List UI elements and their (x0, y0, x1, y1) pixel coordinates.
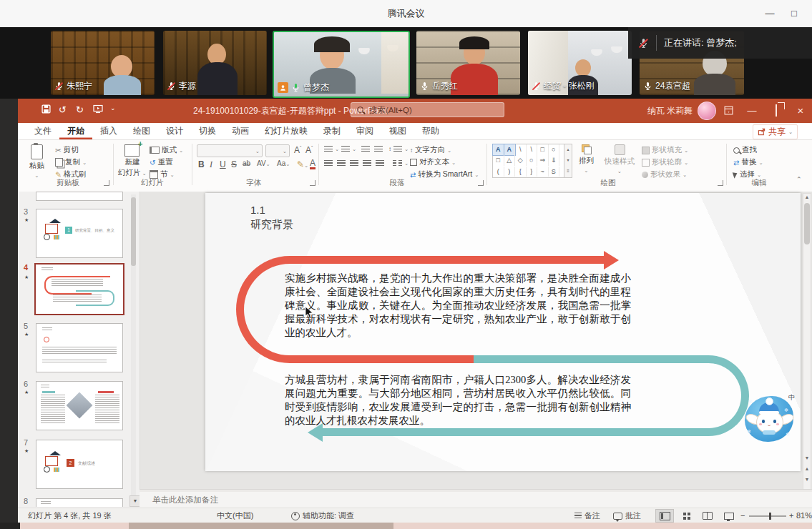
shape-diamond[interactable]: ◇ (515, 155, 527, 166)
new-slide-button[interactable]: 新建 幻灯片⌄ (118, 144, 147, 178)
tab-home[interactable]: 开始 (59, 123, 92, 139)
shape-textbox-h[interactable]: A (493, 144, 504, 155)
view-normal-button[interactable] (656, 510, 673, 522)
character-spacing-button[interactable]: AV⌄ (257, 159, 270, 167)
start-slideshow-icon[interactable] (93, 104, 103, 116)
collapse-ribbon-icon[interactable]: ⌃ (796, 176, 802, 183)
tab-transitions[interactable]: 切换 (191, 123, 224, 139)
bullets-button[interactable]: ⌄ (324, 146, 339, 152)
shape-freeform[interactable]: S (549, 167, 560, 177)
shape-line[interactable]: \ (515, 144, 527, 155)
copy-button[interactable]: 复制 ⌄ (55, 157, 87, 167)
accessibility-status[interactable]: 辅助功能: 调查 (291, 508, 354, 523)
paragraph-dialog-launcher[interactable] (478, 180, 484, 186)
video-tile-active-speaker[interactable]: 曾梦杰 (273, 31, 410, 98)
line-spacing-button[interactable]: ↕⌄ (388, 146, 409, 152)
thumbnail-slide-7[interactable]: 2 文献综述 (36, 440, 123, 489)
scroll-up-icon[interactable]: ▲ (803, 194, 811, 199)
minimize-button[interactable]: — (760, 6, 780, 21)
align-right-button[interactable] (350, 160, 358, 167)
font-dialog-launcher[interactable] (310, 180, 315, 186)
italic-button[interactable]: I (210, 159, 212, 170)
increase-indent-button[interactable] (374, 146, 383, 152)
tab-design[interactable]: 设计 (158, 123, 191, 139)
shape-circle[interactable]: ○ (527, 155, 538, 166)
shape-fill-button[interactable]: 形状填充⌄ (642, 145, 688, 155)
font-name-combo[interactable]: ⌄ (197, 144, 263, 157)
tab-help[interactable]: 帮助 (414, 123, 447, 139)
align-center-button[interactable] (337, 160, 346, 167)
cinnamoroll-sticker[interactable]: ❄ ❄ ❄ ❄ 中 (741, 389, 797, 445)
cut-button[interactable]: ✂ 剪切 (55, 145, 79, 155)
font-size-combo[interactable]: ⌄ (265, 144, 290, 157)
highlight-color-button[interactable]: ✎⌄ (297, 159, 308, 169)
replace-button[interactable]: ⇄替换⌄ (733, 157, 763, 167)
tab-record[interactable]: 录制 (315, 123, 348, 139)
video-tile-participant-4[interactable]: 岳秀红 (416, 31, 520, 95)
tab-insert[interactable]: 插入 (92, 123, 125, 139)
undo-icon[interactable]: ↺ (59, 104, 67, 115)
reset-button[interactable]: ↺ 重置 (150, 157, 172, 167)
video-tile-participant-5[interactable]: 经贸 - 张松刚 (528, 31, 632, 95)
shape-curve[interactable]: ~ (537, 167, 549, 177)
comments-toggle[interactable]: 批注 (613, 508, 641, 523)
scroll-down-icon[interactable]: ▼ (803, 455, 811, 460)
account-avatar[interactable] (698, 102, 716, 120)
video-tile-participant-1[interactable]: 朱熙宁 (51, 31, 155, 95)
language-indicator[interactable]: 中文(中国) (217, 508, 253, 523)
slide-scrollbar-thumb[interactable] (804, 203, 810, 244)
share-button[interactable]: 共享 ⌄ (753, 124, 798, 139)
search-box[interactable] (351, 102, 504, 117)
distribute-button[interactable] (376, 160, 384, 167)
view-slide-sorter-button[interactable] (678, 510, 695, 522)
search-input[interactable] (368, 105, 485, 115)
tab-draw[interactable]: 绘图 (125, 123, 158, 139)
tab-view[interactable]: 视图 (381, 123, 414, 139)
justify-button[interactable] (363, 160, 371, 167)
arrange-button[interactable]: 排列 ⌄ (579, 144, 594, 174)
tab-slideshow[interactable]: 幻灯片放映 (257, 123, 315, 139)
slide-title[interactable]: 1.1 研究背景 (250, 203, 293, 231)
quick-styles-button[interactable]: 快速样式 ⌄ (605, 144, 635, 174)
thumbnail-slide-3[interactable]: 1 研究背景、目的、意义 (36, 209, 123, 258)
change-case-button[interactable]: Aa⌄ (277, 159, 290, 167)
decrease-indent-button[interactable] (361, 146, 370, 152)
font-color-button[interactable]: A (310, 159, 315, 169)
slide-canvas[interactable]: 1.1 研究背景 实施乡村振兴战略，是党的十九大作出的重大决策部署，是决胜全面建… (205, 193, 801, 471)
shape-arrow-right[interactable]: ⇒ (537, 155, 549, 166)
find-button[interactable]: 查找 (733, 145, 757, 155)
notes-pane[interactable]: 单击此处添加备注 (140, 492, 812, 508)
slide-counter[interactable]: 幻灯片 第 4 张, 共 19 张 (28, 508, 112, 523)
shape-outline-button[interactable]: 形状轮廓⌄ (642, 157, 688, 167)
shape-paren-l[interactable]: ( (493, 167, 504, 177)
ppt-restore-button[interactable] (765, 100, 787, 122)
tab-file[interactable]: 文件 (26, 123, 59, 139)
underline-button[interactable]: U (220, 159, 226, 169)
drawing-dialog-launcher[interactable] (718, 180, 723, 186)
bold-button[interactable]: B (198, 159, 205, 169)
ppt-close-button[interactable]: × (790, 100, 811, 122)
shape-triangle[interactable]: △ (504, 155, 516, 166)
align-text-button[interactable]: 对齐文本⌄ (410, 157, 456, 167)
shape-rect[interactable]: □ (537, 144, 549, 155)
zoom-level[interactable]: 81% (796, 508, 812, 523)
shape-line-arrow[interactable]: \ (527, 144, 538, 155)
strikethrough-button[interactable]: S (231, 159, 237, 169)
notes-toggle[interactable]: 备注 (574, 508, 600, 523)
slide-paragraph-2[interactable]: 方城县营坊村，隶属于河南省南阳市，户籍人口2300多人。解决农业经济发展问题尤为… (285, 373, 631, 427)
align-left-button[interactable] (324, 160, 333, 167)
clipboard-dialog-launcher[interactable] (104, 180, 109, 186)
tab-animations[interactable]: 动画 (224, 123, 257, 139)
shape-arrow-down[interactable]: ⇓ (549, 155, 560, 166)
ribbon-display-options-icon[interactable] (718, 100, 739, 122)
shape-paren-r[interactable]: ) (504, 167, 516, 177)
qat-customize-icon[interactable]: ⌄ (110, 104, 116, 112)
slide-paragraph-1[interactable]: 实施乡村振兴战略，是党的十九大作出的重大决策部署，是决胜全面建成小康社会、全面建… (285, 272, 631, 340)
shape-textbox-v[interactable]: A (504, 144, 516, 155)
columns-button[interactable]: ⌄ (393, 160, 409, 167)
thumbnail-slide-4-selected[interactable] (34, 263, 124, 315)
numbering-button[interactable]: ⌄ (341, 146, 356, 152)
paste-button[interactable]: 粘贴 ⌄ (29, 144, 44, 179)
save-icon[interactable] (41, 104, 51, 116)
thumbnail-scrollbar-thumb[interactable] (131, 197, 136, 266)
